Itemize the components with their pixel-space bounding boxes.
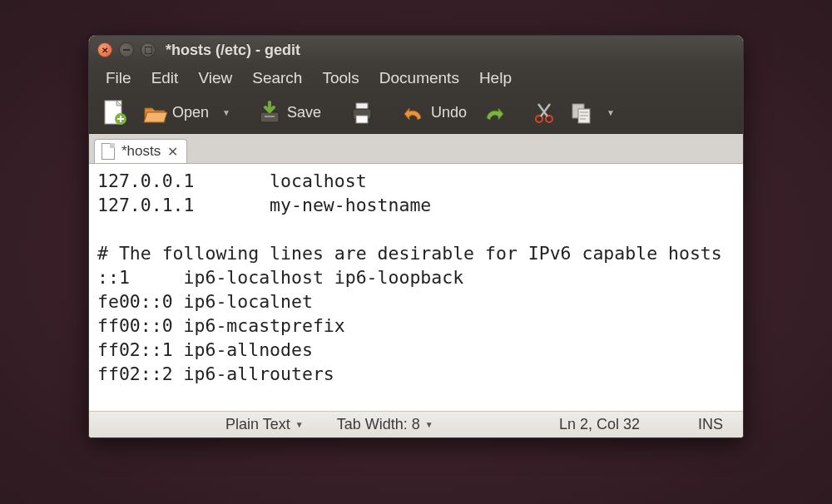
printer-icon [349,101,374,126]
file-icon [102,143,115,160]
menu-view[interactable]: View [188,66,242,91]
redo-button[interactable] [475,100,512,126]
open-button[interactable]: Open [136,97,215,129]
tab-bar: *hosts ✕ [89,134,743,164]
dropdown-icon: ▼ [425,420,433,429]
menu-file[interactable]: File [96,66,141,91]
insert-mode[interactable]: INS [690,416,731,433]
document-tab[interactable]: *hosts ✕ [94,139,187,163]
undo-button[interactable]: Undo [396,100,473,126]
window-close-button[interactable] [97,42,112,57]
dropdown-icon: ▼ [295,420,304,429]
toolbar-overflow[interactable]: ▼ [602,108,620,117]
open-dropdown[interactable]: ▼ [217,108,235,117]
new-file-icon [102,99,127,127]
menu-search[interactable]: Search [242,66,312,91]
copy-button[interactable] [563,98,600,128]
copy-icon [570,101,593,125]
scissors-icon [533,101,555,125]
save-label: Save [287,104,321,121]
svg-rect-4 [265,116,275,117]
tab-label: *hosts [121,143,161,160]
tab-close-button[interactable]: ✕ [167,144,178,160]
window-minimize-button[interactable] [119,42,134,57]
menubar: File Edit View Search Tools Documents He… [89,64,743,92]
save-button[interactable]: Save [250,97,328,129]
status-bar: Plain Text ▼ Tab Width: 8 ▼ Ln 2, Col 32… [89,411,743,437]
new-file-button[interactable] [96,96,134,131]
text-editor[interactable]: 127.0.0.1 localhost 127.0.1.1 my-new-hos… [89,164,743,411]
window-title: *hosts (/etc) - gedit [166,42,300,59]
gedit-window: *hosts (/etc) - gedit File Edit View Sea… [88,35,744,438]
redo-icon [482,103,505,123]
svg-rect-7 [356,116,368,123]
menu-help[interactable]: Help [469,66,522,91]
open-label: Open [172,104,209,121]
undo-label: Undo [431,104,467,121]
save-icon [257,101,282,126]
undo-icon [403,103,426,123]
titlebar[interactable]: *hosts (/etc) - gedit [89,36,743,64]
cut-button[interactable] [527,98,562,128]
window-maximize-button[interactable] [141,42,156,57]
syntax-selector[interactable]: Plain Text ▼ [217,416,312,433]
menu-tools[interactable]: Tools [312,66,369,91]
tab-width-selector[interactable]: Tab Width: 8 ▼ [329,416,442,433]
toolbar: Open ▼ Save Undo [89,92,743,134]
menu-documents[interactable]: Documents [369,66,469,91]
editor-content[interactable]: 127.0.0.1 localhost 127.0.1.1 my-new-hos… [97,169,735,386]
print-button[interactable] [343,97,381,129]
cursor-position: Ln 2, Col 32 [551,416,648,433]
menu-edit[interactable]: Edit [141,66,189,91]
folder-open-icon [142,101,167,126]
